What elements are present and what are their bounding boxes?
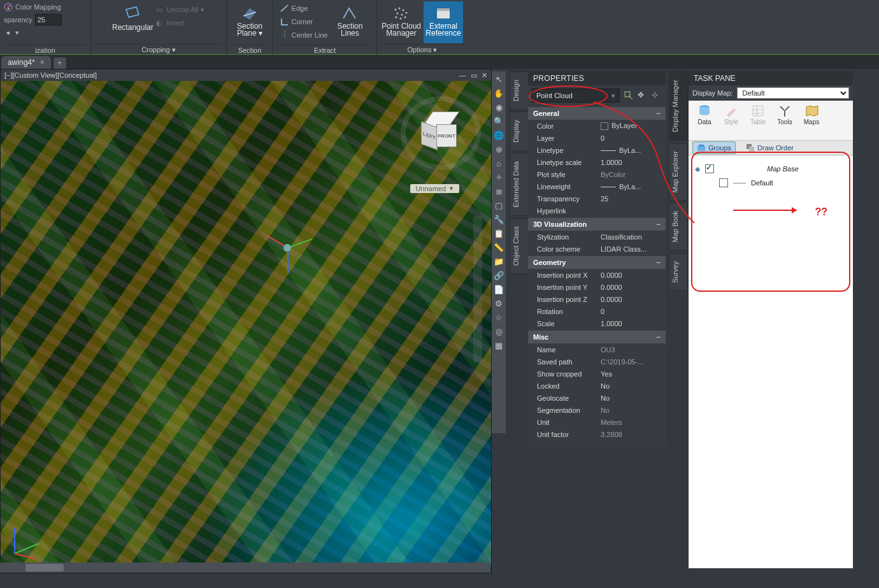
maximize-icon[interactable]: ▭ [471, 71, 477, 79]
prop-unit[interactable]: UnitMeters [528, 416, 666, 428]
pick-add-icon[interactable]: ✥ [638, 90, 648, 101]
steering-wheel-icon[interactable]: ⊕ [494, 144, 504, 154]
compass-icon[interactable]: ✧ [494, 172, 504, 182]
orbit-icon[interactable]: ◉ [494, 102, 504, 112]
color-mapping-button[interactable]: Color Mapping [4, 1, 61, 13]
minimize-icon[interactable]: — [459, 71, 466, 79]
prop-transparency[interactable]: Transparency25 [528, 192, 666, 204]
target-icon[interactable]: ◎ [494, 326, 504, 336]
side-tab-display-manager[interactable]: Display Manager [669, 71, 688, 141]
rectangular-crop-button[interactable]: Rectangular [113, 1, 152, 43]
prop-color-scheme[interactable]: Color schemeLIDAR Class... [528, 243, 666, 255]
side-tab-extended-data[interactable]: Extended Data [510, 153, 529, 216]
viewcube[interactable]: LEFT FRONT [415, 108, 459, 152]
close-viewport-icon[interactable]: ✕ [482, 71, 487, 79]
side-tab-display[interactable]: Display [510, 111, 529, 151]
home-icon[interactable]: ⌂ [494, 158, 504, 168]
calc-icon[interactable]: ▦ [494, 340, 504, 350]
link-icon[interactable]: 🔗 [494, 270, 504, 280]
shape-dropdown[interactable]: ●▾ [4, 27, 19, 38]
svg-point-6 [403, 10, 404, 11]
external-reference-button[interactable]: External Reference [424, 1, 463, 43]
layer-group-map-base[interactable]: ◆ Map Base [695, 162, 847, 176]
star-icon[interactable]: ☆ [494, 312, 504, 322]
default-checkbox[interactable] [719, 178, 728, 187]
prop-color[interactable]: ColorByLayer [528, 120, 666, 132]
prop-insertion-point-z[interactable]: Insertion point Z0.0000 [528, 293, 666, 305]
object-type-dropdown[interactable]: Point Cloud ▾ [532, 89, 620, 103]
box-icon[interactable]: ▢ [494, 200, 504, 210]
layer-default[interactable]: Default [695, 176, 847, 190]
side-tab-survey[interactable]: Survey [669, 253, 688, 291]
section-lines-button[interactable]: Section Lines [330, 1, 369, 43]
side-tab-object-class[interactable]: Object Class [510, 218, 529, 274]
center-line-button[interactable]: Center Line [280, 29, 328, 41]
category-general[interactable]: General− [528, 107, 666, 120]
doc-icon[interactable]: 📄 [494, 284, 504, 294]
wrench-icon[interactable]: 🔧 [494, 214, 504, 224]
prop-linetype[interactable]: LinetypeByLa... [528, 144, 666, 156]
display-map-dropdown[interactable]: Default [737, 87, 849, 99]
prop-segmentation[interactable]: SegmentationNo [528, 404, 666, 416]
side-tab-map-explorer[interactable]: Map Explorer [669, 143, 688, 201]
pan-icon[interactable]: ✋ [494, 88, 504, 98]
prop-insertion-point-y[interactable]: Insertion point Y0.0000 [528, 281, 666, 293]
prop-name[interactable]: NameOU3 [528, 343, 666, 355]
corner-button[interactable]: Corner [280, 16, 328, 27]
section-plane-button[interactable]: Section Plane ▾ [230, 1, 269, 43]
group-options-label[interactable]: Options ▾ [381, 44, 464, 55]
edge-button[interactable]: Edge [280, 3, 328, 14]
viewcube-label[interactable]: Unnamed▼ [410, 184, 459, 193]
draw-order-tab[interactable]: Draw Order [742, 142, 797, 154]
quick-select-icon[interactable] [624, 90, 634, 101]
transparency-spin[interactable]: 25 [35, 14, 62, 25]
prop-linetype-scale[interactable]: Linetype scale1.0000 [528, 156, 666, 168]
close-tab-icon[interactable]: × [40, 58, 45, 67]
group-cropping-label[interactable]: Cropping ▾ [95, 44, 222, 55]
tool-tools[interactable]: Tools [774, 103, 796, 125]
prop-plot-style[interactable]: Plot styleByColor [528, 168, 666, 180]
cursor-icon[interactable]: ↖ [494, 74, 504, 84]
map-base-checkbox[interactable] [705, 164, 714, 173]
folder-icon[interactable]: 📁 [494, 256, 504, 266]
globe-icon[interactable]: 🌐 [494, 130, 504, 140]
prop-locked[interactable]: LockedNo [528, 380, 666, 392]
prop-rotation[interactable]: Rotation0 [528, 305, 666, 317]
category-misc[interactable]: Misc− [528, 331, 666, 343]
navbar-slider[interactable] [473, 216, 482, 362]
side-tab-map-book[interactable]: Map Book [669, 203, 688, 251]
prop-hyperlink[interactable]: Hyperlink [528, 204, 666, 217]
zoom-icon[interactable]: 🔍 [494, 116, 504, 126]
prop-show-cropped[interactable]: Show croppedYes [528, 368, 666, 380]
prop-lineweight[interactable]: LineweightByLa... [528, 180, 666, 192]
svg-point-2 [9, 5, 11, 7]
ucs-triad[interactable] [8, 522, 46, 560]
layers-icon[interactable]: ≣ [494, 186, 504, 196]
add-tab-button[interactable]: + [54, 57, 66, 69]
prop-geolocate[interactable]: GeolocateNo [528, 392, 666, 404]
prop-layer[interactable]: Layer0 [528, 132, 666, 144]
ruler-icon[interactable]: 📏 [494, 242, 504, 252]
pick-icon[interactable]: ⊹ [652, 90, 662, 101]
palette-icon [4, 3, 13, 11]
viewport-caption[interactable]: [−][Custom View][Conceptual] [4, 71, 97, 79]
prop-stylization[interactable]: StylizationClassification [528, 231, 666, 243]
svg-point-9 [406, 12, 408, 14]
prop-unit-factor[interactable]: Unit factor3.2808 [528, 428, 666, 440]
document-tab[interactable]: awing4* × [1, 56, 51, 69]
clipboard-icon[interactable]: 📋 [494, 228, 504, 238]
prop-saved-path[interactable]: Saved pathC:\2019-05-... [528, 355, 666, 368]
viewport[interactable]: [−][Custom View][Conceptual] — ▭ ✕ LEFT … [0, 69, 492, 573]
gizmo[interactable] [268, 216, 319, 273]
tool-maps[interactable]: Maps [801, 103, 822, 125]
side-tab-design[interactable]: Design [510, 71, 529, 110]
groups-tab[interactable]: Groups [692, 141, 736, 154]
category-vis3d[interactable]: 3D Visualization− [528, 218, 666, 231]
prop-insertion-point-x[interactable]: Insertion point X0.0000 [528, 269, 666, 281]
category-geometry[interactable]: Geometry− [528, 256, 666, 269]
tool-data[interactable]: Data [694, 103, 715, 125]
horizontal-scrollbar[interactable] [0, 563, 490, 573]
gear-icon[interactable]: ⚙ [494, 298, 504, 308]
point-cloud-manager-button[interactable]: Point Cloud Manager [382, 1, 421, 43]
prop-scale[interactable]: Scale1.0000 [528, 317, 666, 329]
